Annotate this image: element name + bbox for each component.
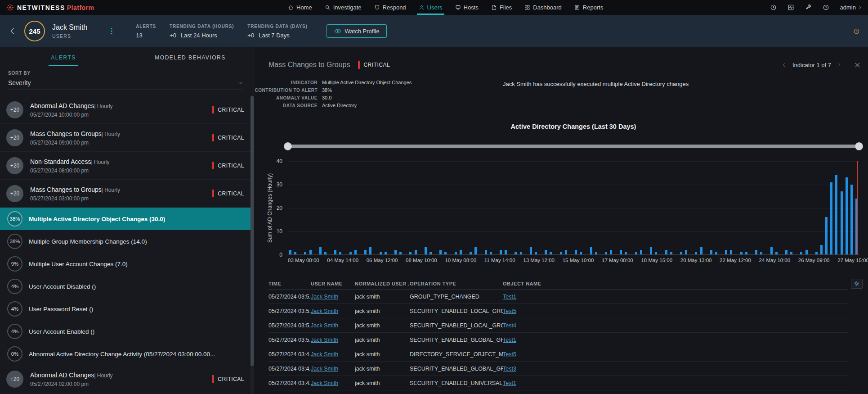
object-link[interactable]: Test1 — [503, 380, 516, 386]
chart-bar[interactable] — [324, 252, 327, 254]
object-link[interactable]: Test1 — [503, 294, 516, 300]
chart-bar[interactable] — [380, 252, 382, 254]
chart-bar[interactable] — [409, 252, 412, 254]
chart-bar[interactable] — [625, 252, 627, 254]
chart-bar[interactable] — [620, 250, 622, 254]
chart-bar[interactable] — [710, 250, 712, 254]
table-row[interactable]: 05/27/2024 03:5... Jack Smith jack smith… — [268, 290, 848, 304]
chart-bar[interactable] — [460, 250, 462, 254]
nav-files[interactable]: Files — [491, 0, 512, 15]
slider-handle-left[interactable] — [284, 142, 292, 150]
chart-bar[interactable] — [835, 175, 837, 254]
watch-profile-button[interactable]: Watch Profile — [327, 24, 387, 38]
chart-bar[interactable] — [455, 252, 457, 254]
user-link[interactable]: Jack Smith — [311, 308, 338, 314]
nav-dashboard[interactable]: Dashboard — [524, 0, 562, 15]
table-row[interactable]: 05/27/2024 03:5... Jack Smith jack smith… — [268, 333, 848, 347]
chevron-left-icon[interactable] — [781, 62, 787, 68]
chart-bar[interactable] — [841, 191, 843, 254]
chart-bar[interactable] — [635, 252, 637, 254]
chart-bar[interactable] — [760, 252, 762, 254]
nav-hosts[interactable]: Hosts — [455, 0, 479, 15]
chart-bar[interactable] — [319, 247, 322, 254]
chart-bar[interactable] — [439, 250, 442, 254]
chart-bar[interactable] — [339, 252, 341, 254]
indicator-list-item[interactable]: 0% Abnormal Active Directory Change Acti… — [0, 343, 251, 365]
chart-bar[interactable] — [785, 250, 787, 254]
chart-bar[interactable] — [289, 250, 291, 254]
help-circle-icon[interactable]: ? — [853, 28, 860, 35]
chart-bar[interactable] — [815, 252, 818, 254]
chart-bar[interactable] — [364, 250, 367, 254]
close-icon[interactable] — [854, 62, 861, 68]
chart-bar[interactable] — [775, 252, 778, 254]
chart-bar[interactable] — [565, 250, 567, 254]
chart-bar[interactable] — [399, 252, 402, 254]
table-row[interactable]: 05/27/2024 03:4... Jack Smith jack smith… — [268, 347, 848, 362]
chart-bar[interactable] — [680, 252, 682, 254]
table-row[interactable]: 05/27/2024 03:5... Jack Smith jack smith… — [268, 318, 848, 333]
help-icon[interactable]: ? — [823, 4, 829, 11]
chart-bar[interactable] — [770, 247, 773, 254]
chart-bar[interactable] — [520, 252, 522, 254]
object-link[interactable]: Test5 — [503, 308, 516, 314]
risk-score-badge[interactable]: 245 — [24, 21, 45, 41]
chart-bar[interactable] — [610, 250, 612, 254]
column-header-normalized-user-[interactable]: NORMALIZED USER ... — [355, 281, 410, 286]
chart-bar[interactable] — [590, 247, 592, 254]
indicator-list-item[interactable]: 9% Multiple User Account Changes (7.0) — [0, 253, 251, 275]
chart-bar[interactable] — [740, 252, 743, 254]
kebab-menu-icon[interactable] — [108, 27, 115, 35]
chart-bar[interactable] — [545, 250, 547, 254]
tools-icon[interactable] — [805, 4, 812, 11]
object-link[interactable]: Test1 — [503, 337, 516, 343]
chart-bar[interactable] — [485, 250, 487, 254]
chart-bar[interactable] — [334, 250, 336, 254]
tab-modeled-behaviors[interactable]: MODELED BEHAVIORS — [127, 47, 254, 68]
chart-bar[interactable] — [825, 217, 828, 254]
chart-bar[interactable] — [490, 252, 492, 254]
chart-bar[interactable] — [830, 182, 832, 254]
alert-list-item[interactable]: +20 Abnormal AD Changes| Hourly 05/27/20… — [0, 365, 251, 393]
user-link[interactable]: Jack Smith — [311, 294, 338, 300]
table-row[interactable]: 05/27/2024 03:4... Jack Smith jack smith… — [268, 362, 848, 376]
sort-select[interactable]: Severity — [8, 79, 243, 90]
chart-bar[interactable] — [394, 250, 397, 254]
user-link[interactable]: Jack Smith — [311, 337, 338, 343]
alert-list-item[interactable]: +20 Non-Standard Access| Hourly 05/27/20… — [0, 152, 251, 180]
chart-bar[interactable] — [515, 252, 517, 254]
indicator-list-item[interactable]: 38% Multiple Group Membership Changes (1… — [0, 230, 251, 253]
chart-bar[interactable] — [595, 252, 597, 254]
chart-bar[interactable] — [369, 247, 371, 254]
chart-bar[interactable] — [655, 252, 657, 254]
chart-bar[interactable] — [730, 250, 732, 254]
chart-bar[interactable] — [755, 250, 757, 254]
system-icon[interactable] — [787, 4, 794, 11]
slider-handle-right[interactable] — [855, 142, 863, 150]
chart-bar[interactable] — [470, 252, 472, 254]
column-header-object-name[interactable]: OBJECT NAME — [503, 281, 848, 286]
chart-bar[interactable] — [425, 247, 427, 254]
alert-list-item[interactable]: +20 Abnormal AD Changes| Hourly 05/27/20… — [0, 96, 251, 124]
chart-bar[interactable] — [550, 252, 552, 254]
clock-icon[interactable] — [770, 4, 777, 11]
chart-bar[interactable] — [415, 250, 417, 254]
alert-list-item[interactable]: +20 Mass Changes to Groups| Hourly 05/27… — [0, 180, 251, 208]
nav-investigate[interactable]: Investigate — [325, 0, 362, 15]
nav-users[interactable]: Users — [419, 0, 443, 15]
nav-respond[interactable]: Respond — [374, 0, 406, 15]
chart-bar[interactable] — [640, 250, 642, 254]
chart-bar[interactable] — [685, 250, 687, 254]
chart-bar[interactable] — [560, 252, 562, 254]
indicator-list-item[interactable]: 4% User Account Disabled () — [0, 275, 251, 298]
chart-bar[interactable] — [846, 177, 848, 254]
nav-home[interactable]: Home — [288, 0, 312, 15]
chart-bar[interactable] — [695, 252, 697, 254]
object-link[interactable]: Test4 — [503, 322, 516, 329]
chart-bar[interactable] — [580, 252, 582, 254]
admin-menu[interactable]: admin — [840, 4, 863, 11]
chart-bar[interactable] — [430, 252, 432, 254]
chart-bar[interactable] — [725, 250, 727, 254]
table-row[interactable]: 05/27/2024 03:4... Jack Smith jack smith… — [268, 376, 848, 390]
user-link[interactable]: Jack Smith — [311, 380, 338, 386]
